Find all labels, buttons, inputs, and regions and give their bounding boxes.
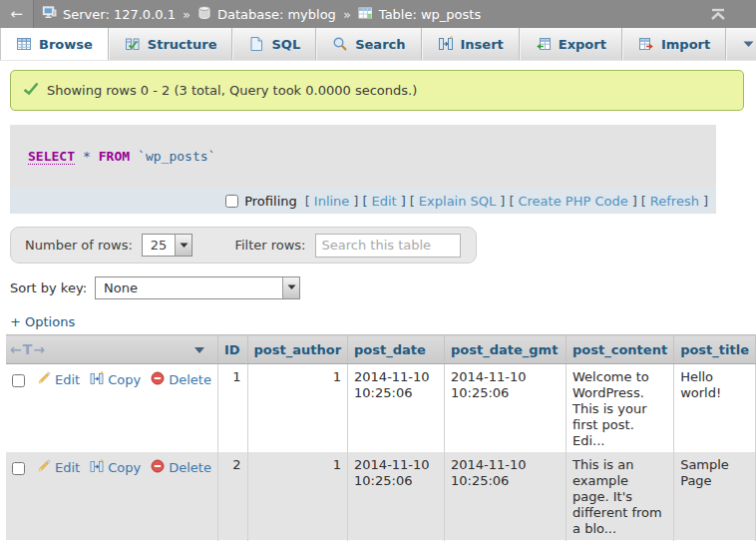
- edit-label: Edit: [55, 460, 80, 476]
- copy-icon: [90, 371, 104, 389]
- cell-post-date: 2014-11-10 10:25:06: [348, 452, 445, 540]
- breadcrumb-database[interactable]: Database: myblog: [217, 7, 336, 22]
- breadcrumb: Server: 127.0.0.1 » Database: myblog » T…: [34, 5, 481, 23]
- export-icon: [536, 36, 552, 52]
- tab-insert[interactable]: Insert: [422, 28, 520, 60]
- tab-structure[interactable]: Structure: [109, 28, 233, 60]
- edit-label: Edit: [55, 372, 80, 388]
- delete-row-link[interactable]: Delete: [151, 459, 211, 477]
- inline-link[interactable]: Inline: [314, 194, 350, 209]
- tab-label: Export: [559, 37, 606, 52]
- bracket: ]: [632, 194, 637, 209]
- tab-label: Structure: [148, 37, 217, 52]
- tab-more[interactable]: More: [726, 28, 756, 60]
- column-header-post-content[interactable]: post_content: [567, 335, 674, 364]
- tab-label: Insert: [461, 37, 504, 52]
- bracket: [: [305, 194, 310, 209]
- delete-icon: [151, 371, 165, 389]
- cell-post-author: 1: [247, 452, 348, 540]
- column-header-post-date[interactable]: post_date: [348, 335, 445, 364]
- bracket: ]: [500, 194, 505, 209]
- table-row: Edit Copy Delete 2 1 2014-11-10 10:25:06…: [6, 452, 756, 540]
- sort-by-key-select[interactable]: None: [95, 276, 300, 299]
- profiling-checkbox[interactable]: [225, 195, 238, 208]
- options-toggle-link[interactable]: + Options: [10, 314, 75, 329]
- success-message: Showing rows 0 - 2 (3 total, Query took …: [10, 70, 744, 111]
- success-text: Showing rows 0 - 2 (3 total, Query took …: [47, 83, 417, 98]
- delete-label: Delete: [169, 460, 211, 476]
- tab-browse[interactable]: Browse: [0, 28, 109, 60]
- column-header-post-author[interactable]: post_author: [247, 335, 348, 364]
- select-arrow-icon: [282, 277, 299, 298]
- breadcrumb-separator: »: [182, 7, 191, 22]
- bracket: [: [410, 194, 415, 209]
- column-header-post-title[interactable]: post_title: [674, 335, 756, 364]
- row-controls-bar: Number of rows: 25 Filter rows:: [10, 227, 477, 264]
- edit-row-link[interactable]: Edit: [37, 371, 80, 389]
- explain-sql-link[interactable]: Explain SQL: [419, 194, 496, 209]
- tab-search[interactable]: Search: [316, 28, 421, 60]
- select-arrow-icon: [175, 235, 191, 256]
- copy-row-link[interactable]: Copy: [90, 371, 141, 389]
- cell-post-date-gmt: 2014-11-10 10:25:06: [445, 452, 567, 540]
- profiling-label: Profiling: [244, 194, 297, 209]
- table-icon: [358, 6, 373, 23]
- copy-icon: [90, 459, 104, 477]
- copy-row-link[interactable]: Copy: [90, 459, 141, 477]
- tab-export[interactable]: Export: [520, 28, 622, 60]
- structure-icon: [125, 36, 141, 52]
- breadcrumb-server[interactable]: Server: 127.0.0.1: [63, 7, 176, 22]
- refresh-link[interactable]: Refresh: [650, 194, 699, 209]
- bracket: [: [641, 194, 646, 209]
- sql-query-box: SELECT * FROM `wp_posts`: [10, 125, 716, 188]
- breadcrumb-separator: »: [342, 7, 352, 22]
- column-header-id[interactable]: ID: [217, 335, 247, 364]
- copy-label: Copy: [108, 372, 141, 388]
- chevron-down-icon: [742, 40, 755, 49]
- create-php-code-link[interactable]: Create PHP Code: [518, 194, 627, 209]
- sql-star: *: [83, 149, 91, 164]
- tab-label: Import: [661, 37, 710, 52]
- scroll-to-top-icon[interactable]: [708, 8, 728, 21]
- row-checkbox[interactable]: [12, 374, 25, 387]
- number-of-rows-select[interactable]: 25: [142, 234, 193, 257]
- edit-query-link[interactable]: Edit: [372, 194, 397, 209]
- cell-post-title: Sample Page: [674, 452, 756, 540]
- column-header-post-date-gmt[interactable]: post_date_gmt: [445, 335, 567, 364]
- delete-row-link[interactable]: Delete: [151, 371, 211, 389]
- breadcrumb-table[interactable]: Table: wp_posts: [379, 7, 481, 22]
- number-of-rows-label: Number of rows:: [25, 238, 133, 253]
- tab-sql[interactable]: SQL: [232, 28, 316, 60]
- delete-icon: [151, 459, 165, 477]
- sort-by-key-label: Sort by key:: [10, 280, 87, 295]
- filter-rows-label: Filter rows:: [234, 238, 305, 253]
- cell-post-date: 2014-11-10 10:25:06: [348, 364, 445, 453]
- pencil-icon: [37, 459, 51, 477]
- edit-row-link[interactable]: Edit: [37, 459, 80, 477]
- tab-bar: Browse Structure SQL Search Insert Expor…: [0, 28, 756, 61]
- filter-rows-input[interactable]: [315, 234, 461, 258]
- cell-post-title: Hello world!: [674, 364, 756, 453]
- top-bar: ← Server: 127.0.0.1 » Database: myblog »…: [0, 0, 756, 28]
- sort-options-chevron-icon[interactable]: [193, 342, 211, 357]
- results-table: ←T→ ID post_author post_date post_date_g…: [6, 334, 756, 541]
- search-icon: [332, 36, 348, 52]
- bracket: [: [362, 194, 367, 209]
- tab-label: Search: [355, 37, 405, 52]
- tab-import[interactable]: Import: [622, 28, 726, 60]
- table-row: Edit Copy Delete 1 1 2014-11-10 10:25:06…: [6, 364, 756, 453]
- row-checkbox[interactable]: [12, 462, 25, 475]
- nav-panel-collapse-button[interactable]: ←: [0, 0, 34, 28]
- check-icon: [23, 82, 39, 99]
- cell-post-author: 1: [247, 364, 348, 453]
- sort-by-key-value: None: [96, 277, 146, 298]
- sql-icon: [248, 36, 264, 52]
- tab-label: SQL: [271, 37, 300, 52]
- number-of-rows-value: 25: [143, 235, 176, 256]
- sort-row: Sort by key: None: [10, 272, 756, 302]
- cell-post-date-gmt: 2014-11-10 10:25:06: [445, 364, 567, 453]
- cell-post-content: This is an example page. It's different …: [567, 452, 674, 540]
- tab-label: Browse: [39, 37, 93, 52]
- database-icon: [197, 5, 211, 23]
- transpose-icon[interactable]: ←T→: [10, 341, 46, 357]
